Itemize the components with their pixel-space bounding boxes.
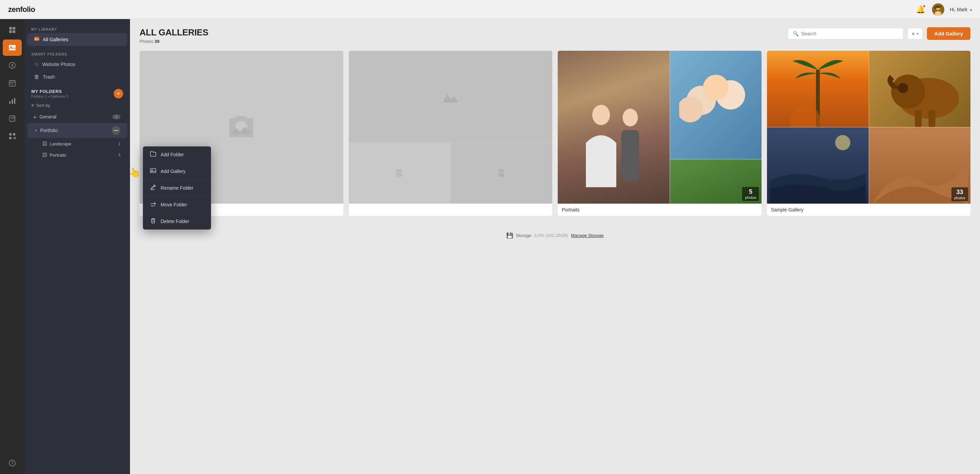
sidebar-item-portfolio[interactable]: ▼ Portfolio ••• — [27, 123, 127, 138]
trash-label: Trash — [43, 74, 55, 80]
context-menu-add-folder[interactable]: Add Folder — [143, 147, 211, 163]
svg-point-50 — [623, 109, 638, 126]
add-folder-button[interactable]: + — [114, 89, 123, 98]
photos-icon — [8, 44, 16, 51]
bison-icon — [869, 51, 970, 127]
rail-item-calendar[interactable] — [3, 75, 22, 91]
gallery-info-placeholder2 — [349, 204, 553, 216]
sidebar-item-website-photos[interactable]: ☆ Website Photos — [27, 58, 127, 70]
icon-rail: $ — [0, 19, 24, 474]
wedding-couple-icon — [576, 98, 652, 200]
svg-rect-10 — [13, 30, 15, 33]
portfolio-more-button[interactable]: ••• — [111, 126, 121, 135]
svg-rect-7 — [9, 27, 12, 30]
sort-icon: ≡ — [31, 102, 34, 108]
context-menu-delete-folder[interactable]: Delete Folder — [143, 213, 211, 230]
svg-point-49 — [592, 105, 610, 125]
main-header: ALL GALLERIES Photos 39 🔍 ≡ ▾ Add Galler… — [140, 27, 970, 44]
move-icon — [150, 201, 156, 208]
move-folder-label: Move Folder — [161, 202, 187, 207]
context-menu-rename-folder[interactable]: Rename Folder — [143, 180, 211, 196]
svg-rect-46 — [498, 169, 504, 177]
gallery-card-portraits[interactable]: 5 photos Portraits — [558, 51, 762, 216]
help-icon: ? — [8, 460, 16, 467]
gallery-name-placeholder2 — [353, 207, 354, 212]
view-toggle-button[interactable]: ≡ ▾ — [907, 28, 923, 40]
editor-icon — [8, 115, 16, 122]
dropdown-icon: ▾ — [917, 32, 918, 35]
user-greeting[interactable]: Hi, Mark ▾ — [950, 7, 972, 12]
kids-top-icon — [679, 62, 752, 148]
dashboard-icon — [8, 26, 16, 34]
svg-rect-5 — [935, 6, 941, 8]
add-gallery-icon — [150, 168, 156, 175]
add-gallery-label: Add Gallery — [161, 169, 185, 174]
svg-text:?: ? — [11, 461, 14, 465]
sidebar-item-all-galleries[interactable]: All Galleries — [27, 33, 127, 46]
star-icon: ☆ — [34, 61, 39, 67]
analytics-icon — [8, 97, 16, 105]
sidebar-item-landscape[interactable]: 🖼 Landscape 1 — [27, 138, 127, 149]
search-input[interactable] — [801, 31, 898, 37]
my-folders-header: MY FOLDERS Folders 2 • Galleries 3 + — [24, 83, 130, 100]
photo-count-num: 5 — [745, 188, 756, 195]
title-area: ALL GALLERIES Photos 39 — [140, 27, 208, 44]
general-folder-badge: 1 — [112, 115, 121, 119]
rename-icon — [150, 184, 156, 192]
svg-text:$: $ — [11, 63, 13, 67]
add-gallery-button[interactable]: Add Gallery — [927, 27, 970, 40]
context-menu-move-folder[interactable]: Move Folder — [143, 196, 211, 213]
chevron-down-icon: ▼ — [34, 129, 37, 132]
logo-text: zenfolio — [8, 5, 35, 14]
sample-photo-count-label: photos — [954, 196, 966, 200]
context-menu-add-gallery[interactable]: Add Gallery — [143, 163, 211, 180]
rail-item-pricing[interactable]: $ — [3, 57, 22, 73]
rail-item-photos[interactable] — [3, 40, 22, 56]
rail-item-dashboard[interactable] — [3, 22, 22, 38]
placeholder-doc-icon — [395, 169, 404, 178]
svg-rect-20 — [12, 83, 13, 85]
rail-item-analytics[interactable] — [3, 93, 22, 109]
image-icon: 🖼 — [42, 141, 47, 147]
svg-rect-9 — [9, 30, 12, 33]
gallery-thumb-placeholder2 — [349, 51, 553, 204]
sidebar-item-portraits[interactable]: 🖼 Portraits 5 — [27, 150, 127, 160]
gallery-card-placeholder2[interactable] — [349, 51, 553, 216]
gallery-icon — [34, 36, 40, 43]
my-folders-title: MY FOLDERS — [31, 89, 68, 94]
main-footer: 💾 Storage 0.3% (100.25GB) Manage Storage — [140, 227, 970, 244]
sidebar: MY LIBRARY All Galleries SMART FOLDERS ☆… — [24, 19, 130, 474]
landscape-label: Landscape — [50, 141, 72, 147]
pricing-icon: $ — [8, 62, 16, 69]
all-galleries-label: All Galleries — [43, 37, 68, 42]
app-container: $ — [0, 0, 980, 474]
notification-button[interactable]: 🔔 — [915, 4, 927, 15]
my-library-label: MY LIBRARY — [24, 24, 130, 33]
avatar — [932, 3, 944, 16]
my-folders-sub: Folders 2 • Galleries 3 — [31, 94, 68, 98]
sidebar-item-general[interactable]: ▶ General 1 — [27, 111, 127, 123]
svg-rect-62 — [928, 110, 935, 128]
gallery-card-sample[interactable]: 33 photos Sample Gallery — [767, 51, 971, 216]
storage-label: Storage — [516, 233, 531, 238]
portraits-label: Portraits — [50, 153, 66, 158]
sidebar-item-trash[interactable]: 🗑 Trash — [27, 71, 127, 83]
manage-storage-link[interactable]: Manage Storage — [571, 233, 604, 238]
svg-point-63 — [835, 135, 850, 150]
rail-item-editor[interactable] — [3, 110, 22, 127]
svg-rect-27 — [9, 137, 11, 139]
rail-item-integrations[interactable] — [3, 128, 22, 144]
rail-item-help[interactable]: ? — [3, 455, 22, 471]
gallery-thumb-sample: 33 photos — [767, 51, 971, 204]
top-nav: zenfolio 🔔 Hi, Mark ▾ — [0, 0, 980, 19]
svg-rect-22 — [11, 99, 13, 104]
svg-rect-25 — [9, 133, 11, 136]
add-folder-label: Add Folder — [161, 152, 184, 157]
sort-by-row[interactable]: ≡ Sort by — [24, 100, 130, 111]
page-title: ALL GALLERIES — [140, 27, 208, 38]
placeholder-img-icon — [228, 115, 255, 139]
gallery-thumb-portraits: 5 photos — [558, 51, 762, 204]
context-menu: Add Folder Add Gallery Rename Folder — [143, 147, 211, 230]
gallery-name-portraits: Portraits — [562, 207, 579, 212]
search-box: 🔍 — [788, 28, 904, 40]
